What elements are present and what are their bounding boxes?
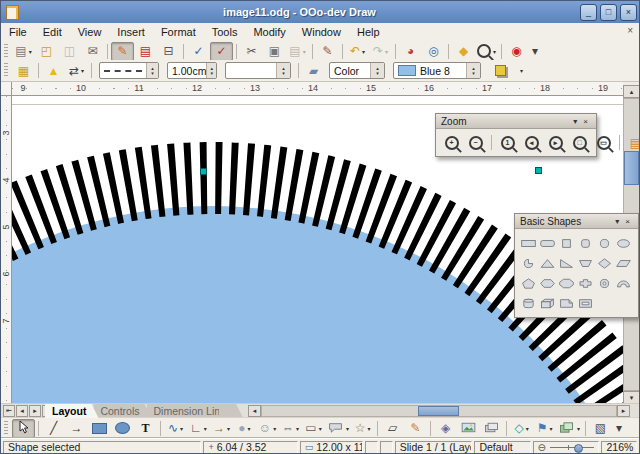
ellipse-tool[interactable]: [111, 419, 134, 438]
open-button[interactable]: ◰: [35, 42, 58, 61]
dropdown-arrow-icon[interactable]: ▾: [493, 48, 496, 55]
toolbar-grip[interactable]: [4, 63, 8, 78]
rectangle-tool[interactable]: [88, 419, 111, 438]
next-slide-button[interactable]: ▸: [29, 405, 41, 417]
menu-file[interactable]: File: [1, 25, 35, 39]
minimize-button[interactable]: _: [580, 4, 597, 21]
shape-hexagon[interactable]: [538, 273, 557, 293]
area-fill-button[interactable]: ▰: [302, 61, 325, 80]
glue-points-button[interactable]: ✎: [404, 419, 427, 438]
cut-button[interactable]: ✂: [240, 42, 263, 61]
document-close-button[interactable]: ×: [627, 25, 633, 36]
menu-help[interactable]: Help: [349, 25, 388, 39]
dropdown-arrow-icon[interactable]: ▾: [577, 425, 580, 432]
zoom-percentage[interactable]: 216%: [601, 441, 637, 454]
scroll-up-button[interactable]: ▴: [623, 85, 640, 98]
shape-cube[interactable]: [538, 293, 557, 313]
save-button[interactable]: ◫: [58, 42, 81, 61]
title-bar[interactable]: image11.odg - OOo-dev Draw _ □ ×: [1, 1, 640, 23]
dropdown-arrow-icon[interactable]: ▾: [303, 48, 306, 55]
menu-tools[interactable]: Tools: [204, 25, 246, 39]
stars-tool[interactable]: ☆▾: [351, 419, 374, 438]
palette-menu-icon[interactable]: ▾: [612, 217, 622, 226]
email-button[interactable]: ✉: [81, 42, 104, 61]
basic-shapes-tool[interactable]: ●▾: [233, 419, 256, 438]
shape-rectangle-rounded[interactable]: [538, 233, 557, 253]
line-tool[interactable]: ╱: [42, 419, 65, 438]
previous-slide-button[interactable]: ◂: [16, 405, 28, 417]
dropdown-arrow-icon[interactable]: ▾: [29, 48, 32, 55]
curve-tool[interactable]: ∿▾: [164, 419, 187, 438]
spinner-icon[interactable]: ▴▾: [146, 63, 158, 78]
shape-trapezoid[interactable]: [576, 253, 595, 273]
palette-close-icon[interactable]: ×: [580, 117, 591, 126]
shape-block-arc[interactable]: [614, 273, 633, 293]
chart-button[interactable]: ◕: [399, 42, 422, 61]
maximize-button[interactable]: □: [600, 4, 617, 21]
shape-diamond[interactable]: [595, 253, 614, 273]
toolbar-grip[interactable]: [4, 44, 8, 59]
shape-folded-corner[interactable]: [557, 293, 576, 313]
dropdown-arrow-icon[interactable]: ▾: [227, 425, 230, 432]
edit-points-button[interactable]: ▱: [381, 419, 404, 438]
dropdown-arrow-icon[interactable]: ▾: [385, 48, 388, 55]
dropdown-arrow-icon[interactable]: ▾: [346, 425, 349, 432]
shape-octagon[interactable]: [557, 273, 576, 293]
menu-insert[interactable]: Insert: [109, 25, 153, 39]
dropdown-arrow-icon[interactable]: ▾: [526, 425, 529, 432]
spinner-icon[interactable]: ▴▾: [276, 63, 290, 78]
line-style-select[interactable]: ▴▾: [99, 62, 159, 79]
zoom-next-button[interactable]: ▸: [544, 133, 567, 152]
close-button[interactable]: ×: [620, 4, 637, 21]
object-zoom-button[interactable]: ▤: [624, 133, 640, 152]
shape-rectangle[interactable]: [519, 233, 538, 253]
select-tool[interactable]: [12, 419, 35, 438]
zoom-out-button[interactable]: −: [464, 133, 487, 152]
zoom-slider[interactable]: [550, 447, 594, 448]
shape-cross[interactable]: [576, 273, 595, 293]
shadow-button[interactable]: [489, 61, 512, 80]
export-pdf-button[interactable]: ▤: [134, 42, 157, 61]
symbol-shapes-tool[interactable]: ☺▾: [256, 419, 279, 438]
zoom-slider-thumb[interactable]: [574, 444, 583, 453]
spellcheck-button[interactable]: ✓: [187, 42, 210, 61]
gallery-button[interactable]: ◆: [452, 42, 475, 61]
navigator-button[interactable]: ◎: [422, 42, 445, 61]
shape-square[interactable]: [557, 233, 576, 253]
shape-frame[interactable]: [576, 293, 595, 313]
arrow-style-button[interactable]: ⇄▾: [65, 61, 88, 80]
zoom-in-icon[interactable]: ⊕: [598, 442, 600, 453]
shape-square-rounded[interactable]: [576, 233, 595, 253]
spinner-icon[interactable]: ▴▾: [206, 63, 216, 78]
zoom-page-width-button[interactable]: ▭: [592, 133, 615, 152]
horizontal-scrollbar-thumb[interactable]: [418, 406, 459, 416]
new-document-button[interactable]: ▤▾: [12, 42, 35, 61]
redo-button[interactable]: ↷▾: [369, 42, 392, 61]
selection-handle[interactable]: [200, 168, 207, 175]
rotate-tool[interactable]: ◇▾: [510, 419, 533, 438]
page-style[interactable]: Default: [474, 441, 530, 454]
zoom-100-button[interactable]: 1: [496, 133, 519, 152]
fill-color-select[interactable]: Blue 8 ▴▾: [393, 62, 481, 79]
fontwork-gallery-button[interactable]: ◈: [434, 419, 457, 438]
line-color-select[interactable]: ▴▾: [225, 62, 291, 79]
format-paintbrush-button[interactable]: ✎: [316, 42, 339, 61]
shape-cylinder[interactable]: [519, 293, 538, 313]
spinner-icon[interactable]: ▴▾: [370, 63, 384, 78]
text-tool[interactable]: T: [134, 419, 157, 438]
arrow-tool[interactable]: →: [65, 419, 88, 438]
shape-circle-pie[interactable]: [519, 253, 538, 273]
edit-file-button[interactable]: ✎: [111, 42, 134, 61]
help-button[interactable]: ◉: [505, 42, 528, 61]
shape-circle[interactable]: [595, 233, 614, 253]
toolbar-options-button[interactable]: ▾: [528, 42, 542, 61]
menu-modify[interactable]: Modify: [245, 25, 293, 39]
basic-shapes-titlebar[interactable]: Basic Shapes ▾ ×: [515, 214, 638, 229]
copy-button[interactable]: ▣: [263, 42, 286, 61]
zoom-palette-titlebar[interactable]: Zoom ▾ ×: [436, 114, 596, 129]
shape-ellipse[interactable]: [614, 233, 633, 253]
first-slide-button[interactable]: ⇤: [3, 405, 15, 417]
basic-shapes-palette[interactable]: Basic Shapes ▾ ×: [514, 213, 639, 318]
block-arrows-tool[interactable]: ⇔▾: [279, 419, 302, 438]
tab-controls[interactable]: Controls: [93, 404, 151, 418]
